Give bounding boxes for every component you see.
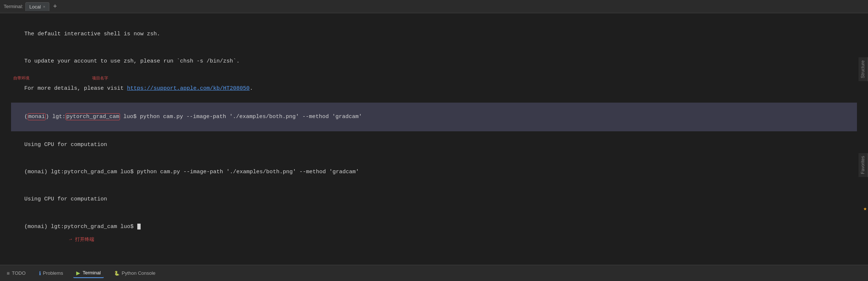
close-tab-button[interactable]: × (43, 4, 45, 9)
cursor (137, 224, 141, 230)
tab-problems[interactable]: ℹ Problems (36, 269, 66, 278)
todo-icon: ≡ (7, 270, 10, 276)
side-panel-favorites: Favorites (858, 153, 868, 177)
favorites-label: Favorites (858, 153, 868, 177)
python-console-icon: 🐍 (114, 271, 120, 276)
tab-python-console[interactable]: 🐍 Python Console (111, 269, 159, 277)
terminal-area: The default interactive shell is now zsh… (0, 13, 868, 265)
terminal-cmd-line-2: (monai) lgt:pytorch_grad_cam luo$ python… (11, 159, 857, 186)
apple-support-link[interactable]: https://support.apple.com/kb/HT208050 (127, 85, 250, 92)
terminal-line-2: To update your account to use zsh, pleas… (11, 48, 857, 75)
local-tab[interactable]: Local × (25, 2, 50, 11)
tab-bar: Terminal: Local × + (0, 0, 868, 13)
terminal-line-4: Using CPU for computation (11, 131, 857, 159)
side-panel-structure: Structure (858, 57, 868, 81)
python-console-label: Python Console (122, 270, 156, 276)
terminal-label: Terminal: (4, 4, 23, 9)
terminal-icon: ▶ (76, 270, 80, 276)
open-terminal-annotation: → 打开终端 (68, 236, 94, 243)
problems-icon: ℹ (39, 270, 41, 276)
tab-terminal[interactable]: ▶ Terminal (73, 268, 103, 278)
open-terminal-label: 打开终端 (75, 236, 94, 243)
structure-label: Structure (858, 57, 868, 81)
bottom-toolbar: ≡ TODO ℹ Problems ▶ Terminal 🐍 Python Co… (0, 265, 868, 281)
terminal-line-3: For more details, please visit https://s… (11, 75, 857, 103)
terminal-prompt-final: (monai) lgt:pytorch_grad_cam luo$ (11, 213, 857, 241)
add-tab-button[interactable]: + (51, 3, 59, 10)
todo-label: TODO (12, 270, 25, 276)
annotation-env-label: 自带环境 (13, 75, 29, 82)
proj-box: pytorch_grad_cam (66, 113, 120, 120)
terminal-cmd-line-1: (monai) lgt:pytorch_grad_cam luo$ python… (11, 103, 857, 131)
terminal-tab-label: Terminal (82, 270, 100, 275)
annotation-proj-label: 项目名字 (92, 75, 108, 82)
tab-todo[interactable]: ≡ TODO (4, 269, 29, 278)
terminal-line-5: Using CPU for computation (11, 186, 857, 213)
local-tab-label: Local (29, 4, 41, 10)
favorites-star-icon: ★ (863, 204, 867, 214)
env-box: monai (28, 113, 46, 120)
problems-label: Problems (43, 270, 63, 276)
terminal-line-1: The default interactive shell is now zsh… (11, 21, 857, 48)
